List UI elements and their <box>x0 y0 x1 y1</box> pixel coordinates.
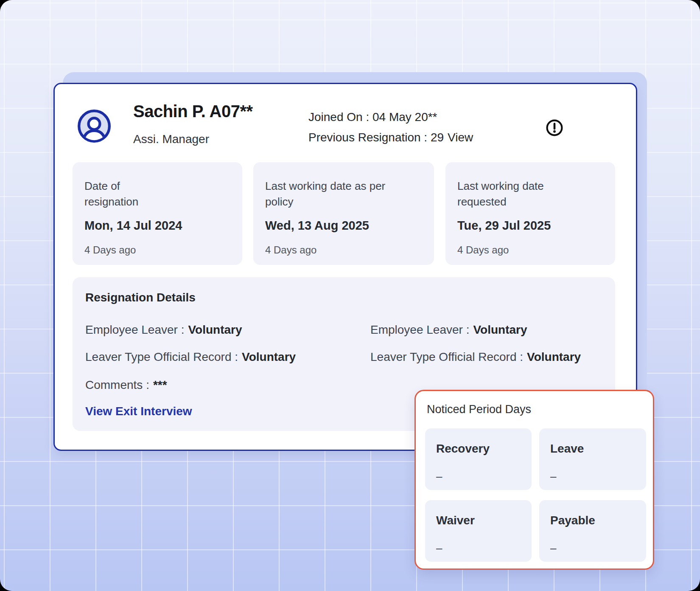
detail-value: Voluntary <box>473 323 527 336</box>
joined-on-text: Joined On : 04 May 20** <box>308 107 473 127</box>
alert-button[interactable] <box>545 118 564 137</box>
info-card-last-working-date-requested: Last working date requested Tue, 29 Jul … <box>445 162 615 265</box>
noticed-tile-waiver: Waiver – <box>425 500 532 562</box>
noticed-tile-payable: Payable – <box>539 500 646 562</box>
noticed-tile-label: Leave <box>550 442 635 456</box>
detail-label: Leaver Type Official Record : <box>370 350 523 363</box>
info-card-ago: 4 Days ago <box>265 244 422 256</box>
detail-label: Leaver Type Official Record : <box>85 350 238 363</box>
info-card-ago: 4 Days ago <box>84 244 230 256</box>
view-exit-interview-link[interactable]: View Exit Interview <box>85 405 192 418</box>
noticed-period-days-card: Noticed Period Days Recovery – Leave – W… <box>414 390 654 570</box>
screen-background: Sachin P. A07** Assi. Manager Joined On … <box>0 0 700 591</box>
resignation-details-title: Resignation Details <box>85 291 196 304</box>
info-card-label: Date of resignation <box>84 178 159 210</box>
info-card-label: Last working date as per policy <box>265 178 405 210</box>
noticed-tile-leave: Leave – <box>539 428 646 490</box>
detail-label: Employee Leaver : <box>370 323 469 336</box>
noticed-tile-label: Recovery <box>436 442 521 456</box>
detail-label: Employee Leaver : <box>85 323 184 336</box>
employee-leaver-row: Employee Leaver :Voluntary <box>85 323 242 337</box>
info-card-date: Mon, 14 Jul 2024 <box>84 219 230 233</box>
employee-role: Assi. Manager <box>133 132 209 146</box>
info-card-ago: 4 Days ago <box>457 244 603 256</box>
info-card-date: Wed, 13 Aug 2025 <box>265 219 422 233</box>
comments-value: *** <box>153 378 167 391</box>
employee-meta: Joined On : 04 May 20** Previous Resigna… <box>308 107 473 148</box>
comments-row: Comments :*** <box>85 378 167 392</box>
comments-label: Comments : <box>85 378 149 391</box>
noticed-tile-recovery: Recovery – <box>425 428 532 490</box>
noticed-period-days-title: Noticed Period Days <box>427 403 531 416</box>
detail-value: Voluntary <box>188 323 242 336</box>
exclamation-circle-icon <box>545 118 564 137</box>
detail-value: Voluntary <box>527 350 581 363</box>
noticed-tile-label: Waiver <box>436 514 521 527</box>
info-card-last-working-date-policy: Last working date as per policy Wed, 13 … <box>253 162 434 265</box>
detail-value: Voluntary <box>242 350 296 363</box>
previous-resignation-view-link[interactable]: View <box>448 131 473 144</box>
noticed-tile-value: – <box>436 542 521 555</box>
employee-name: Sachin P. A07** <box>133 102 253 121</box>
previous-resignation-text: Previous Resignation : 29View <box>308 127 473 148</box>
noticed-tile-label: Payable <box>550 514 635 527</box>
info-card-label: Last working date requested <box>457 178 561 210</box>
avatar <box>76 108 112 144</box>
info-card-date: Tue, 29 Jul 2025 <box>457 219 603 233</box>
employee-leaver-row: Employee Leaver :Voluntary <box>370 323 527 337</box>
noticed-tile-value: – <box>550 542 635 555</box>
previous-resignation-label: Previous Resignation : 29 <box>308 131 444 144</box>
noticed-tile-value: – <box>550 470 635 483</box>
leaver-type-row: Leaver Type Official Record :Voluntary <box>370 350 581 364</box>
noticed-tile-value: – <box>436 470 521 483</box>
person-icon <box>76 108 112 144</box>
leaver-type-row: Leaver Type Official Record :Voluntary <box>85 350 296 364</box>
info-card-date-of-resignation: Date of resignation Mon, 14 Jul 2024 4 D… <box>73 162 242 265</box>
